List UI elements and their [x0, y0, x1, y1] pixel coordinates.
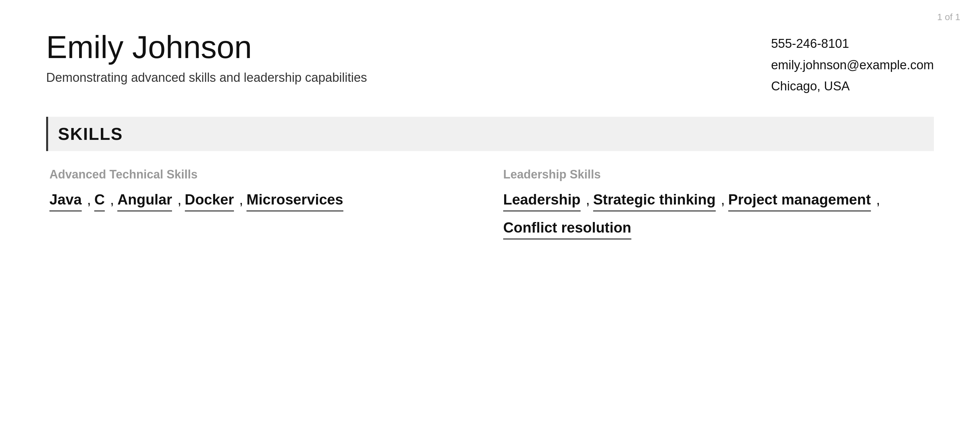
- leadership-skills-column: Leadership Skills Leadership, Strategic …: [503, 168, 931, 248]
- technical-skills-title: Advanced Technical Skills: [49, 168, 477, 181]
- contact-phone: 555-246-8101: [771, 33, 934, 54]
- skill-docker: Docker: [185, 191, 234, 211]
- contact-email: emily.johnson@example.com: [771, 54, 934, 76]
- separator-7: ,: [876, 191, 880, 208]
- header-left: Emily Johnson Demonstrating advanced ski…: [46, 30, 745, 85]
- separator-5: ,: [586, 191, 590, 208]
- skill-java: Java: [49, 191, 82, 211]
- page-number: 1 of 1: [937, 12, 960, 22]
- skill-microservices: Microservices: [247, 191, 344, 211]
- skills-section: SKILLS Advanced Technical Skills Java, C…: [46, 117, 934, 248]
- contact-location: Chicago, USA: [771, 75, 934, 97]
- technical-skills-list: Java, C, Angular, Docker, Microservices: [49, 191, 477, 219]
- skill-strategic-thinking: Strategic thinking: [593, 191, 716, 211]
- separator-4: ,: [239, 191, 243, 208]
- leadership-skills-title: Leadership Skills: [503, 168, 931, 181]
- skill-leadership: Leadership: [503, 191, 581, 211]
- leadership-skills-list: Leadership, Strategic thinking, Project …: [503, 191, 931, 248]
- separator-3: ,: [177, 191, 181, 208]
- page-wrapper: 1 of 1 Emily Johnson Demonstrating advan…: [0, 0, 980, 444]
- technical-skills-column: Advanced Technical Skills Java, C, Angul…: [49, 168, 477, 248]
- contact-info: 555-246-8101 emily.johnson@example.com C…: [771, 30, 934, 97]
- skill-conflict-resolution: Conflict resolution: [503, 219, 632, 240]
- skill-c: C: [94, 191, 105, 211]
- separator-6: ,: [721, 191, 725, 208]
- header-section: Emily Johnson Demonstrating advanced ski…: [46, 30, 934, 97]
- skills-section-header: SKILLS: [46, 117, 934, 151]
- skill-project-management: Project management: [728, 191, 871, 211]
- candidate-tagline: Demonstrating advanced skills and leader…: [46, 70, 745, 85]
- candidate-name: Emily Johnson: [46, 30, 745, 65]
- separator-1: ,: [87, 191, 91, 208]
- separator-2: ,: [110, 191, 114, 208]
- skill-angular: Angular: [117, 191, 172, 211]
- skills-grid: Advanced Technical Skills Java, C, Angul…: [46, 168, 934, 248]
- skills-section-title: SKILLS: [58, 124, 123, 144]
